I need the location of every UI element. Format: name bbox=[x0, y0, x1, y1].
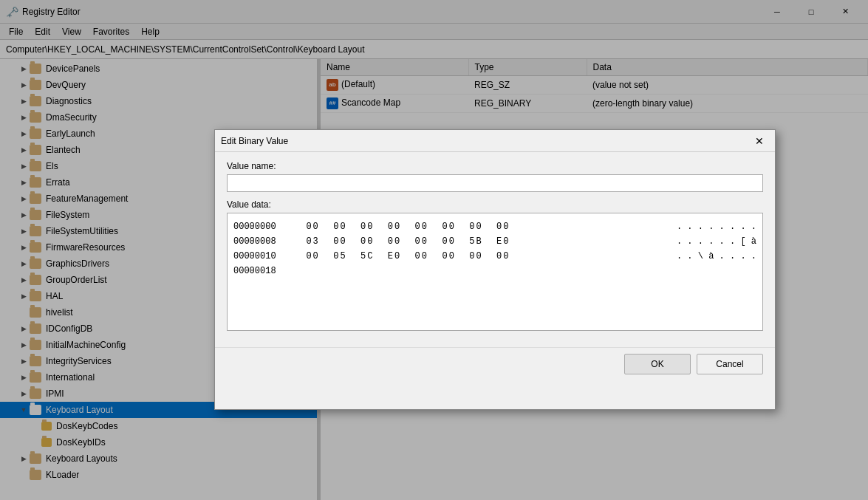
ok-button[interactable]: OK bbox=[624, 354, 691, 374]
hex-address: 00000010 bbox=[233, 249, 293, 264]
hex-ascii bbox=[668, 264, 756, 278]
hex-bytes bbox=[293, 264, 668, 278]
hex-row: 00000010 00 05 5C E0 00 00 00 00. . \ à … bbox=[233, 249, 756, 264]
cancel-button[interactable]: Cancel bbox=[697, 354, 763, 374]
hex-bytes: 00 05 5C E0 00 00 00 00 bbox=[293, 249, 668, 264]
value-name-input[interactable] bbox=[227, 174, 763, 192]
edit-binary-dialog: Edit Binary Value ✕ Value name: Value da… bbox=[214, 129, 776, 410]
dialog-title: Edit Binary Value bbox=[221, 136, 750, 146]
hex-ascii: . . . . . . . . bbox=[668, 219, 756, 234]
value-name-label: Value name: bbox=[227, 161, 763, 171]
hex-address: 00000000 bbox=[233, 219, 293, 234]
dialog-footer: OK Cancel bbox=[215, 347, 775, 380]
hex-ascii: . . \ à . . . . bbox=[668, 249, 756, 264]
dialog-body: Value name: Value data: 00000000 00 00 0… bbox=[215, 152, 775, 347]
hex-editor[interactable]: 00000000 00 00 00 00 00 00 00 00. . . . … bbox=[227, 213, 763, 331]
value-data-label: Value data: bbox=[227, 199, 763, 210]
hex-row: 00000008 03 00 00 00 00 00 5B E0. . . . … bbox=[233, 234, 756, 249]
hex-address: 00000018 bbox=[233, 264, 293, 278]
hex-bytes: 00 00 00 00 00 00 00 00 bbox=[293, 219, 668, 234]
hex-row: 00000018 bbox=[233, 264, 756, 278]
dialog-close-button[interactable]: ✕ bbox=[750, 131, 769, 151]
hex-address: 00000008 bbox=[233, 234, 293, 249]
modal-overlay: Edit Binary Value ✕ Value name: Value da… bbox=[0, 0, 868, 500]
hex-bytes: 03 00 00 00 00 00 5B E0 bbox=[293, 234, 668, 249]
hex-row: 00000000 00 00 00 00 00 00 00 00. . . . … bbox=[233, 219, 756, 234]
hex-ascii: . . . . . . [ à bbox=[668, 234, 756, 249]
dialog-title-bar: Edit Binary Value ✕ bbox=[215, 130, 775, 152]
